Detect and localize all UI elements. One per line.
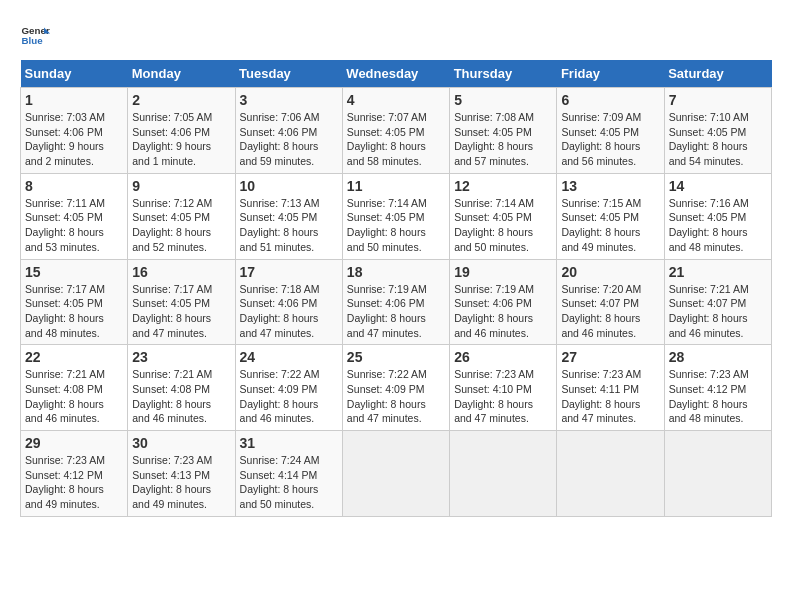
calendar-cell: 31 Sunrise: 7:24 AM Sunset: 4:14 PM Dayl… (235, 431, 342, 517)
day-info: Sunrise: 7:10 AM Sunset: 4:05 PM Dayligh… (669, 110, 767, 169)
daylight-text: Daylight: 8 hours and 47 minutes. (454, 397, 552, 426)
calendar-week-5: 29 Sunrise: 7:23 AM Sunset: 4:12 PM Dayl… (21, 431, 772, 517)
calendar-cell (664, 431, 771, 517)
col-header-tuesday: Tuesday (235, 60, 342, 88)
sunset-text: Sunset: 4:05 PM (240, 210, 338, 225)
daylight-text: Daylight: 8 hours and 57 minutes. (454, 139, 552, 168)
sunset-text: Sunset: 4:06 PM (454, 296, 552, 311)
daylight-text: Daylight: 8 hours and 49 minutes. (25, 482, 123, 511)
calendar-cell: 11 Sunrise: 7:14 AM Sunset: 4:05 PM Dayl… (342, 173, 449, 259)
calendar-cell: 4 Sunrise: 7:07 AM Sunset: 4:05 PM Dayli… (342, 88, 449, 174)
day-number: 18 (347, 264, 445, 280)
calendar-cell: 14 Sunrise: 7:16 AM Sunset: 4:05 PM Dayl… (664, 173, 771, 259)
day-number: 13 (561, 178, 659, 194)
sunset-text: Sunset: 4:05 PM (454, 210, 552, 225)
sunrise-text: Sunrise: 7:21 AM (669, 282, 767, 297)
day-number: 26 (454, 349, 552, 365)
sunset-text: Sunset: 4:09 PM (347, 382, 445, 397)
calendar-week-3: 15 Sunrise: 7:17 AM Sunset: 4:05 PM Dayl… (21, 259, 772, 345)
day-info: Sunrise: 7:15 AM Sunset: 4:05 PM Dayligh… (561, 196, 659, 255)
sunrise-text: Sunrise: 7:20 AM (561, 282, 659, 297)
sunrise-text: Sunrise: 7:18 AM (240, 282, 338, 297)
daylight-text: Daylight: 8 hours and 48 minutes. (669, 225, 767, 254)
daylight-text: Daylight: 8 hours and 46 minutes. (454, 311, 552, 340)
calendar-cell: 1 Sunrise: 7:03 AM Sunset: 4:06 PM Dayli… (21, 88, 128, 174)
calendar-cell: 9 Sunrise: 7:12 AM Sunset: 4:05 PM Dayli… (128, 173, 235, 259)
sunset-text: Sunset: 4:06 PM (240, 296, 338, 311)
calendar-cell: 17 Sunrise: 7:18 AM Sunset: 4:06 PM Dayl… (235, 259, 342, 345)
calendar-cell: 20 Sunrise: 7:20 AM Sunset: 4:07 PM Dayl… (557, 259, 664, 345)
daylight-text: Daylight: 8 hours and 46 minutes. (669, 311, 767, 340)
day-number: 25 (347, 349, 445, 365)
day-info: Sunrise: 7:23 AM Sunset: 4:12 PM Dayligh… (25, 453, 123, 512)
sunset-text: Sunset: 4:05 PM (347, 125, 445, 140)
day-number: 27 (561, 349, 659, 365)
day-info: Sunrise: 7:20 AM Sunset: 4:07 PM Dayligh… (561, 282, 659, 341)
calendar-cell: 3 Sunrise: 7:06 AM Sunset: 4:06 PM Dayli… (235, 88, 342, 174)
col-header-sunday: Sunday (21, 60, 128, 88)
sunset-text: Sunset: 4:06 PM (25, 125, 123, 140)
sunset-text: Sunset: 4:10 PM (454, 382, 552, 397)
day-number: 15 (25, 264, 123, 280)
sunset-text: Sunset: 4:05 PM (25, 210, 123, 225)
daylight-text: Daylight: 8 hours and 47 minutes. (132, 311, 230, 340)
day-number: 22 (25, 349, 123, 365)
daylight-text: Daylight: 8 hours and 49 minutes. (561, 225, 659, 254)
daylight-text: Daylight: 8 hours and 50 minutes. (347, 225, 445, 254)
sunrise-text: Sunrise: 7:10 AM (669, 110, 767, 125)
logo-icon: General Blue (20, 20, 50, 50)
day-info: Sunrise: 7:22 AM Sunset: 4:09 PM Dayligh… (347, 367, 445, 426)
sunset-text: Sunset: 4:05 PM (132, 296, 230, 311)
sunrise-text: Sunrise: 7:23 AM (132, 453, 230, 468)
day-number: 7 (669, 92, 767, 108)
daylight-text: Daylight: 8 hours and 48 minutes. (25, 311, 123, 340)
day-number: 17 (240, 264, 338, 280)
sunset-text: Sunset: 4:05 PM (25, 296, 123, 311)
sunrise-text: Sunrise: 7:23 AM (25, 453, 123, 468)
day-number: 3 (240, 92, 338, 108)
daylight-text: Daylight: 8 hours and 49 minutes. (132, 482, 230, 511)
sunrise-text: Sunrise: 7:14 AM (454, 196, 552, 211)
sunrise-text: Sunrise: 7:11 AM (25, 196, 123, 211)
daylight-text: Daylight: 8 hours and 46 minutes. (561, 311, 659, 340)
day-number: 29 (25, 435, 123, 451)
day-number: 10 (240, 178, 338, 194)
calendar-cell: 8 Sunrise: 7:11 AM Sunset: 4:05 PM Dayli… (21, 173, 128, 259)
day-info: Sunrise: 7:14 AM Sunset: 4:05 PM Dayligh… (454, 196, 552, 255)
sunset-text: Sunset: 4:11 PM (561, 382, 659, 397)
sunset-text: Sunset: 4:09 PM (240, 382, 338, 397)
sunset-text: Sunset: 4:08 PM (132, 382, 230, 397)
sunset-text: Sunset: 4:13 PM (132, 468, 230, 483)
calendar-cell: 23 Sunrise: 7:21 AM Sunset: 4:08 PM Dayl… (128, 345, 235, 431)
sunset-text: Sunset: 4:05 PM (347, 210, 445, 225)
day-info: Sunrise: 7:24 AM Sunset: 4:14 PM Dayligh… (240, 453, 338, 512)
sunrise-text: Sunrise: 7:17 AM (25, 282, 123, 297)
daylight-text: Daylight: 8 hours and 54 minutes. (669, 139, 767, 168)
sunset-text: Sunset: 4:14 PM (240, 468, 338, 483)
day-number: 19 (454, 264, 552, 280)
sunset-text: Sunset: 4:06 PM (240, 125, 338, 140)
calendar-cell (557, 431, 664, 517)
sunrise-text: Sunrise: 7:16 AM (669, 196, 767, 211)
daylight-text: Daylight: 8 hours and 50 minutes. (240, 482, 338, 511)
calendar-cell: 18 Sunrise: 7:19 AM Sunset: 4:06 PM Dayl… (342, 259, 449, 345)
sunset-text: Sunset: 4:05 PM (132, 210, 230, 225)
calendar-cell: 22 Sunrise: 7:21 AM Sunset: 4:08 PM Dayl… (21, 345, 128, 431)
calendar-cell: 5 Sunrise: 7:08 AM Sunset: 4:05 PM Dayli… (450, 88, 557, 174)
col-header-friday: Friday (557, 60, 664, 88)
daylight-text: Daylight: 8 hours and 59 minutes. (240, 139, 338, 168)
daylight-text: Daylight: 8 hours and 47 minutes. (347, 311, 445, 340)
calendar-cell (342, 431, 449, 517)
sunset-text: Sunset: 4:08 PM (25, 382, 123, 397)
day-info: Sunrise: 7:16 AM Sunset: 4:05 PM Dayligh… (669, 196, 767, 255)
col-header-saturday: Saturday (664, 60, 771, 88)
sunset-text: Sunset: 4:05 PM (561, 125, 659, 140)
daylight-text: Daylight: 9 hours and 2 minutes. (25, 139, 123, 168)
day-info: Sunrise: 7:11 AM Sunset: 4:05 PM Dayligh… (25, 196, 123, 255)
day-number: 9 (132, 178, 230, 194)
daylight-text: Daylight: 8 hours and 58 minutes. (347, 139, 445, 168)
day-info: Sunrise: 7:12 AM Sunset: 4:05 PM Dayligh… (132, 196, 230, 255)
calendar-cell: 10 Sunrise: 7:13 AM Sunset: 4:05 PM Dayl… (235, 173, 342, 259)
day-info: Sunrise: 7:08 AM Sunset: 4:05 PM Dayligh… (454, 110, 552, 169)
daylight-text: Daylight: 8 hours and 47 minutes. (561, 397, 659, 426)
